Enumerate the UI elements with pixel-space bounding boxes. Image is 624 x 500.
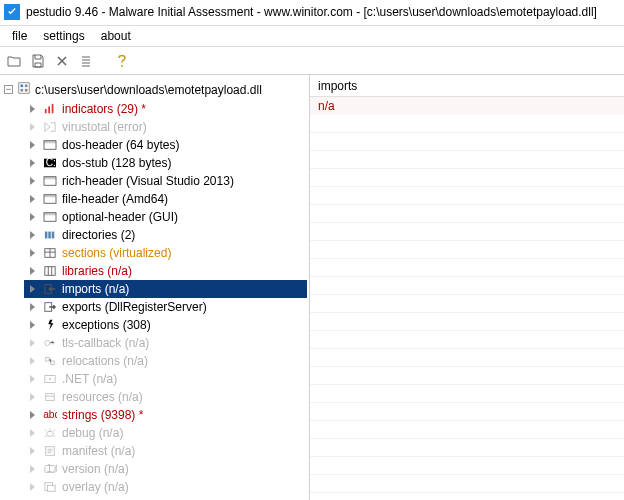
expand-icon[interactable]	[27, 230, 38, 241]
svg-rect-4	[21, 89, 24, 92]
expand-icon[interactable]	[27, 122, 38, 133]
tree-node-label: relocations (n/a)	[62, 354, 148, 368]
tree-node[interactable]: rich-header (Visual Studio 2013)	[24, 172, 307, 190]
tree-node[interactable]: libraries (n/a)	[24, 262, 307, 280]
tree-node[interactable]: resources (n/a)	[24, 388, 307, 406]
tree-node[interactable]: directories (2)	[24, 226, 307, 244]
tree-node-label: directories (2)	[62, 228, 135, 242]
expand-icon[interactable]	[27, 464, 38, 475]
tree-root[interactable]: − c:\users\user\downloads\emotetpayload.…	[2, 79, 307, 100]
tree-node-label: overlay (n/a)	[62, 480, 129, 494]
svg-rect-18	[44, 213, 56, 216]
tree-node[interactable]: optional-header (GUI)	[24, 208, 307, 226]
expand-icon[interactable]	[27, 284, 38, 295]
expand-icon[interactable]	[27, 176, 38, 187]
expand-icon[interactable]	[27, 194, 38, 205]
menu-about[interactable]: about	[93, 27, 139, 45]
collapse-icon[interactable]: −	[4, 85, 13, 94]
tls-icon	[42, 336, 58, 350]
tree-node[interactable]: manifest (n/a)	[24, 442, 307, 460]
table-row	[310, 187, 624, 205]
tree-node-label: tls-callback (n/a)	[62, 336, 149, 350]
app-icon	[4, 4, 20, 20]
indicators-icon	[42, 102, 58, 116]
table-row	[310, 205, 624, 223]
sections-icon	[42, 246, 58, 260]
tree-node[interactable]: tls-callback (n/a)	[24, 334, 307, 352]
table-row	[310, 241, 624, 259]
svg-rect-23	[45, 267, 55, 276]
tree-node-label: imports (n/a)	[62, 282, 129, 296]
expand-icon[interactable]	[27, 212, 38, 223]
file-icon	[17, 81, 31, 98]
tree-node[interactable]: file-header (Amd64)	[24, 190, 307, 208]
tree-node-label: virustotal (error)	[62, 120, 147, 134]
virustotal-icon	[42, 120, 58, 134]
directories-icon	[42, 228, 58, 242]
tree-node-label: file-header (Amd64)	[62, 192, 168, 206]
tree-node-label: dos-stub (128 bytes)	[62, 156, 171, 170]
svg-rect-19	[45, 232, 48, 239]
svg-point-0	[121, 65, 123, 67]
save-button[interactable]	[28, 51, 48, 71]
expand-icon[interactable]	[27, 320, 38, 331]
tree-node-label: libraries (n/a)	[62, 264, 132, 278]
tree-node[interactable]: virustotal (error)	[24, 118, 307, 136]
open-file-button[interactable]	[4, 51, 24, 71]
expand-icon[interactable]	[27, 356, 38, 367]
table-row	[310, 313, 624, 331]
header-icon	[42, 192, 58, 206]
svg-rect-5	[25, 89, 28, 92]
expand-icon[interactable]	[27, 266, 38, 277]
tree-node[interactable]: exceptions (308)	[24, 316, 307, 334]
titlebar: pestudio 9.46 - Malware Initial Assessme…	[0, 0, 624, 26]
expand-icon[interactable]	[27, 302, 38, 313]
expand-icon[interactable]	[27, 158, 38, 169]
expand-icon[interactable]	[27, 104, 38, 115]
expand-icon[interactable]	[27, 248, 38, 259]
expand-icon[interactable]	[27, 140, 38, 151]
resources-icon	[42, 390, 58, 404]
close-button[interactable]	[52, 51, 72, 71]
expand-icon[interactable]	[27, 428, 38, 439]
expand-icon[interactable]	[27, 392, 38, 403]
tree-node[interactable]: exports (DllRegisterServer)	[24, 298, 307, 316]
header-icon	[42, 174, 58, 188]
overlay-icon	[42, 480, 58, 494]
tree-node-label: .NET (n/a)	[62, 372, 117, 386]
expand-icon[interactable]	[27, 482, 38, 493]
tree-node-label: exports (DllRegisterServer)	[62, 300, 207, 314]
tree-node[interactable]: dos-header (64 bytes)	[24, 136, 307, 154]
svg-rect-7	[48, 106, 50, 113]
list-button[interactable]	[76, 51, 96, 71]
tree-node[interactable]: overlay (n/a)	[24, 478, 307, 496]
menu-file[interactable]: file	[4, 27, 35, 45]
table-row	[310, 277, 624, 295]
tree-node[interactable]: sections (virtualized)	[24, 244, 307, 262]
tree-node[interactable]: abcstrings (9398) *	[24, 406, 307, 424]
tree-node[interactable]: .NET (n/a)	[24, 370, 307, 388]
menu-settings[interactable]: settings	[35, 27, 92, 45]
table-row	[310, 259, 624, 277]
help-button[interactable]	[112, 51, 132, 71]
expand-icon[interactable]	[27, 338, 38, 349]
tree-pane[interactable]: − c:\users\user\downloads\emotetpayload.…	[0, 75, 310, 500]
tree-node[interactable]: debug (n/a)	[24, 424, 307, 442]
expand-icon[interactable]	[27, 410, 38, 421]
tree-node[interactable]: imports (n/a)	[24, 280, 307, 298]
detail-header: imports	[310, 75, 624, 97]
dotnet-icon	[42, 372, 58, 386]
table-row	[310, 223, 624, 241]
tree-node[interactable]: indicators (29) *	[24, 100, 307, 118]
reloc-icon	[42, 354, 58, 368]
table-row	[310, 439, 624, 457]
svg-rect-27	[46, 358, 49, 361]
expand-icon[interactable]	[27, 446, 38, 457]
tree-node[interactable]: 1.0version (n/a)	[24, 460, 307, 478]
menubar: file settings about	[0, 26, 624, 48]
tree-node[interactable]: relocations (n/a)	[24, 352, 307, 370]
expand-icon[interactable]	[27, 374, 38, 385]
tree-node[interactable]: C:\dos-stub (128 bytes)	[24, 154, 307, 172]
svg-rect-37	[47, 485, 55, 491]
table-row	[310, 133, 624, 151]
